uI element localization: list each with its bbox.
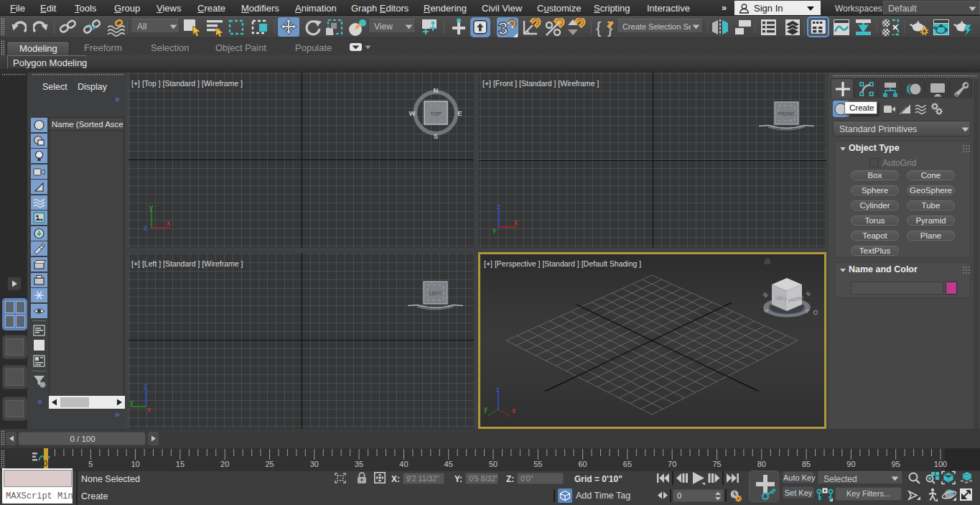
svg-text:30: 30 [310,460,319,468]
svg-text:x: x [514,218,518,226]
svg-text:z: z [144,224,147,232]
svg-text:60: 60 [578,460,587,468]
svg-text:95: 95 [892,460,900,468]
svg-text:z: z [497,203,500,210]
svg-text:35: 35 [355,460,363,468]
svg-text:3: 3 [498,19,508,37]
svg-text:N: N [434,86,439,94]
svg-text:15: 15 [176,460,185,468]
svg-text:z: z [144,383,147,390]
svg-text:10: 10 [131,460,139,468]
svg-text:80: 80 [757,460,766,468]
svg-text:{: { [596,19,601,37]
svg-text:LEFT: LEFT [429,291,442,296]
svg-text:x: x [167,219,170,227]
svg-text:75: 75 [712,460,721,468]
svg-text:x: x [512,407,515,414]
svg-text:E: E [805,290,812,297]
svg-text:100: 100 [934,460,947,468]
svg-text:65: 65 [623,460,632,468]
svg-text:70: 70 [668,460,676,468]
svg-text:90: 90 [846,460,855,468]
svg-text:W: W [409,109,416,117]
svg-text:y: y [484,405,487,413]
svg-text:E: E [457,109,462,117]
svg-text:40: 40 [399,460,408,468]
svg-text:y: y [493,226,496,233]
svg-text:TOP: TOP [430,111,441,117]
svg-text:50: 50 [489,460,498,468]
svg-text:85: 85 [802,460,811,468]
svg-text:z: z [496,386,500,394]
svg-text:5: 5 [88,460,93,468]
svg-text:y: y [130,399,134,407]
svg-text:45: 45 [444,460,453,468]
svg-text:20: 20 [220,460,229,468]
svg-text:S: S [434,132,438,140]
svg-text:25: 25 [265,460,274,468]
svg-text:55: 55 [533,460,542,468]
svg-text:FRONT: FRONT [778,111,795,116]
svg-text:x: x [147,406,151,413]
svg-text:W: W [761,291,770,300]
svg-text:y: y [149,204,153,211]
